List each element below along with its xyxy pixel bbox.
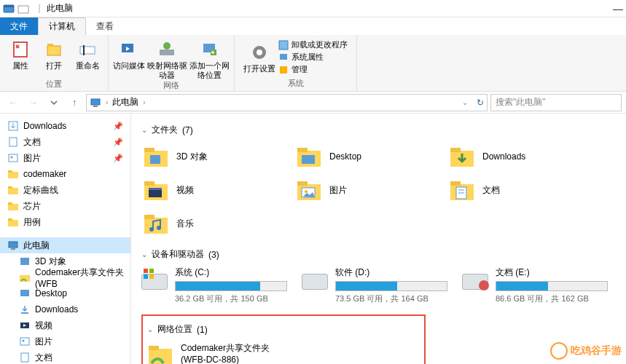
svg-rect-52 — [297, 148, 308, 152]
drive-item[interactable]: 系统 (C:)36.2 GB 可用，共 150 GB — [141, 266, 287, 304]
address-dropdown-icon[interactable]: ⌄ — [462, 98, 468, 106]
drive-name: 系统 (C:) — [175, 266, 287, 279]
tree-downloads2[interactable]: Downloads — [0, 301, 130, 317]
svg-point-11 — [163, 42, 171, 50]
titlebar-separator: ｜ — [35, 2, 44, 15]
tree-examples[interactable]: 用例 — [0, 214, 130, 230]
folder-desktop[interactable]: Desktop — [294, 142, 433, 171]
network-location-item[interactable]: Codemaker共享文件夹 (WFB-DC-886) — [147, 341, 293, 364]
svg-rect-38 — [21, 312, 28, 314]
properties-icon — [10, 39, 31, 60]
drive-item[interactable]: 软件 (D:)73.5 GB 可用，共 164 GB — [302, 266, 447, 304]
svg-rect-17 — [280, 54, 287, 60]
tree-codemaker-share[interactable]: Codemaker共享文件夹 (WFB — [0, 269, 130, 285]
folder-pictures[interactable]: 图片 — [294, 175, 433, 205]
folder-3d[interactable]: 3D 对象 — [141, 142, 280, 171]
content-pane[interactable]: ⌄ 文件夹 (7) 3D 对象 Desktop Downloads 视频 图片 … — [131, 114, 626, 364]
drive-item[interactable]: 文档 (E:)86.6 GB 可用，共 162 GB — [462, 266, 608, 304]
network-location-name: Codemaker共享文件夹 — [181, 343, 270, 355]
tree-thispc[interactable]: 此电脑 — [0, 237, 130, 253]
tab-view[interactable]: 查看 — [86, 17, 124, 35]
map-drive-icon — [157, 39, 177, 60]
nav-back-button[interactable]: ← — [4, 94, 22, 111]
drive-name: 软件 (D:) — [335, 266, 447, 279]
svg-rect-50 — [150, 155, 160, 164]
ribbon: 属性 打开 重命名 位置 访问媒体 映射网络驱动器 — [0, 35, 626, 92]
tree-docs[interactable]: 文档📌 — [0, 134, 130, 150]
ribbon-rename-button[interactable]: 重命名 — [71, 36, 103, 79]
ribbon-add-location-button[interactable]: 添加一个网络位置 — [189, 36, 230, 80]
folder-docs[interactable]: 文档 — [447, 175, 586, 205]
tree-chips[interactable]: 芯片 — [0, 198, 130, 214]
refresh-button[interactable]: ↻ — [477, 98, 484, 108]
svg-rect-3 — [14, 42, 27, 57]
ribbon-uninstall-button[interactable]: 卸载或更改程序 — [278, 39, 348, 50]
titlebar: ｜ 此电脑 — — [0, 0, 626, 17]
tree-downloads[interactable]: Downloads📌 — [0, 118, 130, 134]
tree-pictures[interactable]: 图片📌 — [0, 150, 130, 166]
svg-rect-61 — [297, 181, 308, 186]
titlebar-app-icon — [3, 3, 15, 15]
svg-rect-57 — [144, 181, 154, 186]
tree-docs2[interactable]: 文档 — [0, 349, 130, 364]
ribbon-group-system-label: 系统 — [239, 78, 352, 90]
settings-icon — [249, 42, 270, 63]
address-box[interactable]: › 此电脑 › ⌄ ↻ — [86, 94, 488, 111]
tab-file[interactable]: 文件 — [0, 17, 38, 35]
ribbon-properties-button[interactable]: 属性 — [4, 36, 36, 79]
ribbon-media-button[interactable]: 访问媒体 — [113, 36, 145, 80]
drive-free-text: 36.2 GB 可用，共 150 GB — [175, 293, 287, 304]
watermark-face-icon — [550, 342, 568, 360]
folder-downloads[interactable]: Downloads — [447, 142, 586, 171]
drive-free-text: 86.6 GB 可用，共 162 GB — [496, 293, 608, 304]
drive-name: 文档 (E:) — [496, 266, 608, 279]
network-location-host: (WFB-DC-886) — [181, 355, 270, 364]
qat-folder-icon[interactable] — [17, 3, 29, 15]
svg-rect-6 — [80, 47, 95, 54]
tree-codemaker[interactable]: codemaker — [0, 166, 130, 182]
minimize-button[interactable]: — — [613, 3, 623, 15]
drive-icon — [462, 266, 488, 293]
section-header-network[interactable]: ⌄ 网络位置 (1) — [147, 323, 420, 336]
ribbon-sysprops-button[interactable]: 系统属性 — [278, 52, 348, 63]
svg-rect-10 — [160, 50, 174, 55]
folder-music[interactable]: 音乐 — [141, 209, 280, 238]
ribbon-open-button[interactable]: 打开 — [38, 36, 70, 79]
breadcrumb-thispc[interactable]: 此电脑 — [112, 96, 138, 108]
pin-icon: 📌 — [113, 138, 123, 147]
svg-rect-32 — [8, 218, 12, 221]
nav-forward-button[interactable]: → — [25, 94, 42, 111]
drive-free-text: 73.5 GB 可用，共 164 GB — [335, 293, 447, 304]
section-header-devices[interactable]: ⌄ 设备和驱动器 (3) — [141, 248, 616, 261]
svg-rect-78 — [149, 346, 159, 350]
svg-point-63 — [305, 190, 308, 193]
drive-usage-bar — [496, 281, 608, 291]
navigation-tree[interactable]: Downloads📌 文档📌 图片📌 codemaker 定标曲线 芯片 用例 … — [0, 114, 131, 364]
folder-video[interactable]: 视频 — [141, 175, 280, 205]
svg-rect-19 — [91, 99, 100, 105]
pin-icon: 📌 — [113, 122, 123, 131]
section-header-folders[interactable]: ⌄ 文件夹 (7) — [141, 124, 616, 136]
svg-rect-59 — [149, 188, 162, 190]
ribbon-map-drive-button[interactable]: 映射网络驱动器 — [146, 36, 187, 80]
chevron-right-icon[interactable]: › — [143, 98, 145, 106]
svg-rect-65 — [450, 181, 461, 186]
svg-rect-16 — [279, 41, 288, 50]
tree-video[interactable]: 视频 — [0, 317, 130, 333]
tab-computer[interactable]: 计算机 — [38, 17, 86, 35]
chevron-right-icon[interactable]: › — [106, 98, 108, 106]
svg-rect-23 — [9, 154, 17, 162]
add-location-icon — [199, 39, 219, 60]
svg-rect-33 — [9, 242, 17, 248]
ribbon-open-settings-button[interactable]: 打开设置 — [243, 39, 275, 75]
tree-pictures2[interactable]: 图片 — [0, 333, 130, 349]
ribbon-group-system: 打开设置 卸载或更改程序 系统属性 管理 系统 — [235, 35, 357, 91]
ribbon-manage-button[interactable]: 管理 — [278, 64, 348, 75]
svg-rect-74 — [149, 269, 154, 273]
folders-grid: 3D 对象 Desktop Downloads 视频 图片 文档 音乐 — [141, 142, 616, 238]
ribbon-group-network-label: 网络 — [113, 80, 230, 92]
tree-curves[interactable]: 定标曲线 — [0, 182, 130, 198]
nav-up-button[interactable]: ↑ — [66, 94, 83, 111]
nav-recent-button[interactable] — [45, 94, 63, 111]
search-box[interactable]: 搜索"此电脑" — [490, 94, 622, 111]
